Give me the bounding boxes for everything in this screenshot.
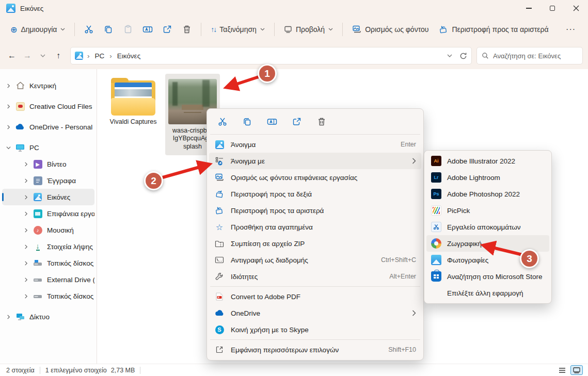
sort-button-label: Ταξινόμηση: [219, 25, 257, 34]
chevron-right-icon[interactable]: [23, 211, 29, 216]
open-with-item-choose-another-app[interactable]: Επιλέξτε άλλη εφαρμογή: [426, 285, 549, 301]
open-with-item-picpick[interactable]: PicPick: [426, 202, 549, 219]
chevron-down-icon[interactable]: [5, 145, 11, 150]
refresh-icon[interactable]: [459, 52, 467, 60]
menu-item-copy-as-path[interactable]: Αντιγραφή ως διαδρομής Ctrl+Shift+C: [209, 252, 421, 268]
search-input[interactable]: [493, 52, 576, 60]
cut-icon: [218, 117, 227, 126]
rename-button[interactable]: [138, 21, 157, 38]
sort-button[interactable]: ↑↓ Ταξινόμηση: [205, 22, 270, 37]
menu-item-set-as-background[interactable]: Ορισμός ως φόντου επιφάνειας εργασίας: [209, 169, 421, 186]
close-button[interactable]: [564, 0, 588, 17]
chevron-right-icon[interactable]: [23, 162, 29, 167]
menu-item-add-to-favorites[interactable]: ☆ Προσθήκη στα αγαπημένα: [209, 219, 421, 235]
open-with-item-lightroom[interactable]: Lr Adobe Lightroom: [426, 169, 549, 186]
new-button[interactable]: ⊕ Δημιουργία: [5, 22, 70, 38]
chevron-right-icon[interactable]: [23, 294, 29, 299]
forward-button[interactable]: →: [20, 48, 35, 63]
delete-button[interactable]: [312, 113, 331, 130]
selected-count: 1 επιλεγμένο στοιχείο: [45, 367, 107, 374]
chevron-right-icon[interactable]: [23, 178, 29, 183]
menu-item-show-more-options[interactable]: Εμφάνιση περισσότερων επιλογών Shift+F10: [209, 341, 421, 358]
large-icons-view-button[interactable]: [570, 365, 583, 375]
back-button[interactable]: ←: [4, 48, 20, 63]
sidebar-item-network[interactable]: Δίκτυο: [2, 308, 94, 325]
sidebar-item-videos[interactable]: ▶ Βίντεο: [2, 156, 94, 172]
chevron-right-icon[interactable]: [23, 277, 29, 282]
rotate-left-button[interactable]: Περιστροφή προς τα αριστερά: [434, 22, 553, 37]
share-button[interactable]: [157, 21, 177, 38]
sidebar-item-documents[interactable]: Έγγραφα: [2, 172, 94, 189]
menu-item-compress-zip[interactable]: Συμπίεση σε αρχείο ZIP: [209, 235, 421, 252]
sidebar-item-home[interactable]: Κεντρική: [2, 77, 94, 94]
folder-name: Vivaldi Captures: [110, 118, 157, 126]
chevron-right-icon[interactable]: [5, 125, 11, 129]
more-icon: ···: [566, 25, 576, 34]
rename-button[interactable]: [263, 113, 281, 130]
share-button[interactable]: [288, 113, 306, 130]
search-icon: [482, 52, 489, 59]
minimize-button[interactable]: [517, 0, 541, 17]
sidebar-item-onedrive[interactable]: OneDrive - Personal: [2, 119, 94, 135]
context-menu: Άνοιγμα Enter Άνοιγμα με Ορισμός ως φόντ…: [206, 108, 424, 361]
up-button[interactable]: ↑: [51, 48, 66, 63]
breadcrumb[interactable]: › PC › Εικόνες: [70, 47, 472, 64]
sidebar-item-local-disk-c[interactable]: Τοπικός δίσκος (C:): [2, 255, 94, 271]
chevron-right-icon[interactable]: [23, 228, 29, 233]
menu-item-open-with[interactable]: Άνοιγμα με: [209, 153, 421, 169]
chevron-right-icon[interactable]: [5, 104, 11, 109]
cut-button[interactable]: [213, 113, 232, 130]
sidebar-item-pc[interactable]: PC: [2, 139, 94, 156]
menu-item-rotate-left[interactable]: Περιστροφή προς τα αριστερά: [209, 202, 421, 219]
snipping-tool-icon: [431, 222, 441, 232]
set-background-button[interactable]: Ορισμός ως φόντου: [347, 22, 434, 37]
items-count: 2 στοιχεία: [6, 367, 35, 374]
toolbar-separator: [201, 23, 201, 36]
open-with-item-illustrator[interactable]: Ai Adobe Illustrator 2022: [426, 153, 549, 169]
more-toolbar-button[interactable]: ···: [561, 21, 581, 38]
menu-item-label: Προσθήκη στα αγαπημένα: [231, 223, 313, 231]
chevron-right-icon[interactable]: [23, 195, 29, 200]
sidebar-item-local-disk-e[interactable]: Τοπικός δίσκος (E:): [2, 288, 94, 304]
sidebar-item-downloads[interactable]: ↓ Στοιχεία λήψης: [2, 238, 94, 255]
chevron-right-icon[interactable]: [23, 244, 29, 249]
delete-button[interactable]: [177, 21, 197, 38]
view-button[interactable]: Προβολή: [279, 22, 338, 37]
menu-item-onedrive[interactable]: OneDrive: [209, 305, 421, 321]
toolbar-separator: [342, 23, 343, 36]
sidebar-item-label: Έγγραφα: [47, 177, 76, 185]
open-with-item-photoshop[interactable]: Ps Adobe Photoshop 2022: [426, 186, 549, 202]
paste-icon: [123, 25, 133, 34]
sidebar-item-external-drive-d[interactable]: External Drive (D:): [2, 271, 94, 288]
chevron-right-icon[interactable]: [5, 315, 11, 319]
rotate-left-label: Περιστροφή προς τα αριστερά: [452, 25, 548, 34]
copy-button[interactable]: [99, 21, 118, 38]
breadcrumb-item-pc[interactable]: PC: [94, 51, 106, 61]
disk-c-icon: [33, 258, 42, 268]
details-view-button[interactable]: [556, 365, 568, 375]
copy-button[interactable]: [238, 113, 257, 130]
menu-item-convert-to-pdf[interactable]: Convert to Adobe PDF: [209, 288, 421, 305]
maximize-button[interactable]: [541, 0, 564, 17]
search-box[interactable]: [476, 47, 583, 64]
menu-item-rotate-right[interactable]: Περιστροφή προς τα δεξιά: [209, 186, 421, 202]
sidebar-item-pictures[interactable]: Εικόνες: [2, 189, 94, 205]
cut-button[interactable]: [79, 21, 99, 38]
recent-locations-button[interactable]: [35, 48, 51, 63]
folder-item-vivaldi-captures[interactable]: Vivaldi Captures: [105, 77, 162, 129]
address-dropdown-icon[interactable]: [447, 54, 452, 58]
sidebar-item-desktop[interactable]: Επιφάνεια εργασίας: [2, 205, 94, 222]
sidebar-item-creative-cloud-files[interactable]: Creative Cloud Files: [2, 98, 94, 115]
menu-item-share-skype[interactable]: S Κοινή χρήση με το Skype: [209, 321, 421, 338]
menu-item-open[interactable]: Άνοιγμα Enter: [209, 136, 421, 153]
open-with-item-search-store[interactable]: Αναζήτηση στο Microsoft Store: [426, 268, 549, 285]
paste-button[interactable]: [118, 21, 138, 38]
open-with-item-snipping-tool[interactable]: Εργαλείο αποκομμάτων: [426, 219, 549, 235]
menu-item-label: Convert to Adobe PDF: [231, 293, 300, 301]
chevron-right-icon[interactable]: [5, 84, 11, 88]
breadcrumb-item-pictures[interactable]: Εικόνες: [116, 51, 141, 61]
submenu-arrow-icon: [412, 158, 416, 164]
menu-item-properties[interactable]: Ιδιότητες Alt+Enter: [209, 268, 421, 285]
sidebar-item-music[interactable]: ♪ Μουσική: [2, 222, 94, 238]
chevron-right-icon[interactable]: [23, 261, 29, 266]
